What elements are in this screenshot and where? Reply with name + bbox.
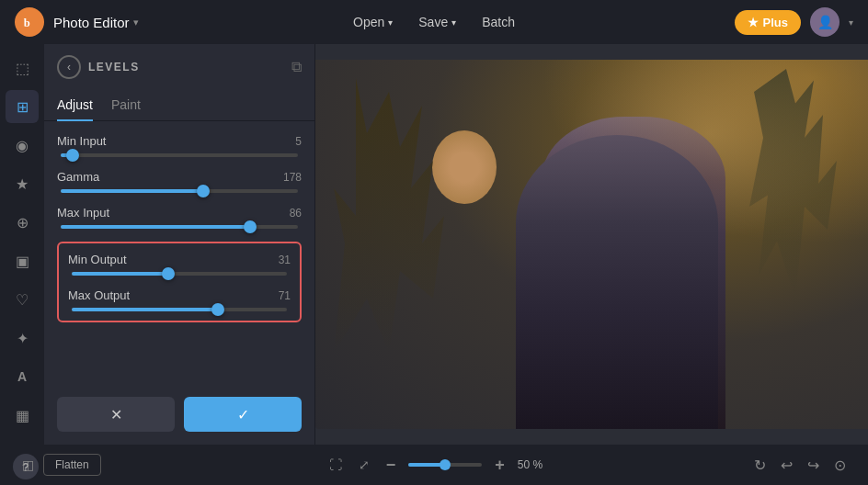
max-input-value: 86 [290, 207, 302, 220]
gamma-thumb[interactable] [197, 185, 210, 197]
panel-title: LEVELS [88, 61, 284, 73]
undo-icon[interactable]: ↩ [777, 453, 796, 478]
open-menu[interactable]: Open ▾ [342, 9, 404, 35]
min-output-value: 31 [279, 254, 291, 266]
zoom-slider[interactable] [408, 463, 482, 467]
copy-icon[interactable]: ⧉ [291, 59, 302, 75]
min-input-thumb[interactable] [66, 149, 79, 162]
min-input-group: Min Input 5 [57, 134, 302, 157]
zoom-plus-icon[interactable]: + [491, 452, 508, 479]
fit-icon[interactable]: ⛶ [326, 454, 346, 476]
max-output-label-row: Max Output 71 [68, 288, 291, 302]
canvas-area [315, 44, 868, 445]
flatten-button[interactable]: Flatten [43, 454, 101, 476]
min-output-group: Min Output 31 [68, 253, 291, 276]
max-input-fill [61, 225, 250, 229]
expand-icon[interactable]: ⤢ [355, 454, 373, 476]
eye-icon[interactable]: ◉ [6, 129, 39, 162]
avatar[interactable]: 👤 [810, 7, 839, 37]
pattern-icon[interactable]: ▦ [6, 399, 39, 432]
max-output-track[interactable] [72, 308, 287, 311]
bottom-left-controls: ◫ Flatten [18, 454, 101, 476]
max-output-thumb[interactable] [211, 303, 224, 316]
min-output-fill [72, 272, 168, 276]
text-icon[interactable]: A [6, 360, 39, 393]
topbar-right: ★ Plus 👤 ▾ [735, 7, 853, 37]
save-menu[interactable]: Save ▾ [407, 9, 467, 35]
max-input-label-row: Max Input 86 [57, 206, 302, 220]
plus-button[interactable]: ★ Plus [735, 10, 801, 35]
max-output-group: Max Output 71 [68, 288, 291, 311]
confirm-button[interactable]: ✓ [184, 397, 302, 432]
heart-icon[interactable]: ♡ [6, 283, 39, 316]
zoom-thumb[interactable] [440, 459, 451, 470]
shape-icon[interactable]: ✦ [6, 321, 39, 355]
avatar-chevron[interactable]: ▾ [849, 17, 853, 28]
tab-paint[interactable]: Paint [111, 90, 141, 121]
bottom-center-controls: ⛶ ⤢ − + 50 % [326, 452, 542, 479]
svg-text:b: b [24, 17, 30, 29]
min-output-track[interactable] [72, 272, 287, 276]
max-input-track[interactable] [61, 225, 298, 229]
min-input-label-row: Min Input 5 [57, 134, 302, 148]
layers-icon[interactable]: ▣ [6, 244, 39, 277]
layers-bottom-icon[interactable]: ◫ [18, 454, 38, 476]
max-input-group: Max Input 86 [57, 206, 302, 229]
zoom-percent: 50 % [518, 458, 542, 471]
min-input-track[interactable] [61, 153, 298, 157]
min-input-value: 5 [295, 135, 302, 148]
min-output-thumb[interactable] [162, 267, 175, 280]
panel-actions: ✕ ✓ [44, 388, 314, 445]
bottom-right-controls: ↻ ↩ ↪ ⊙ [750, 453, 850, 478]
batch-button[interactable]: Batch [471, 9, 526, 35]
gamma-label: Gamma [57, 170, 99, 184]
panel-content: Min Input 5 Gamma 178 [44, 121, 314, 388]
tab-adjust[interactable]: Adjust [57, 90, 93, 121]
canvas-image[interactable] [315, 60, 868, 429]
main-area: ⬚ ⊞ ◉ ★ ⊕ ▣ ♡ ✦ A ▦ ‹ LEVELS ⧉ Adjust Pa… [0, 44, 868, 445]
min-input-label: Min Input [57, 134, 106, 148]
max-output-value: 71 [279, 289, 291, 302]
app-logo[interactable]: b [15, 7, 44, 37]
nodes-icon[interactable]: ⊕ [6, 206, 39, 239]
max-input-thumb[interactable] [244, 220, 257, 233]
min-output-label: Min Output [68, 253, 127, 266]
star-icon[interactable]: ★ [6, 167, 39, 200]
redo-icon[interactable]: ↪ [804, 453, 823, 478]
gamma-label-row: Gamma 178 [57, 170, 302, 184]
history-icon[interactable]: ⊙ [830, 453, 850, 478]
panel-header: ‹ LEVELS ⧉ [44, 44, 314, 90]
max-input-label: Max Input [57, 206, 109, 220]
sliders-icon[interactable]: ⊞ [6, 90, 39, 123]
app-name[interactable]: Photo Editor ▾ [53, 15, 139, 30]
panel-back-button[interactable]: ‹ [57, 55, 81, 79]
zoom-minus-icon[interactable]: − [383, 452, 400, 479]
gamma-track[interactable] [61, 189, 298, 193]
icon-bar: ⬚ ⊞ ◉ ★ ⊕ ▣ ♡ ✦ A ▦ [0, 44, 44, 445]
canvas-icon[interactable]: ⬚ [6, 51, 39, 85]
min-output-label-row: Min Output 31 [68, 253, 291, 266]
topbar: b Photo Editor ▾ Open ▾ Save ▾ Batch ★ P… [0, 0, 868, 44]
gamma-fill [61, 189, 203, 193]
cancel-button[interactable]: ✕ [57, 397, 175, 432]
max-output-fill [72, 308, 218, 311]
topbar-nav: Open ▾ Save ▾ Batch [342, 9, 526, 35]
levels-panel: ‹ LEVELS ⧉ Adjust Paint Min Input 5 [44, 44, 315, 445]
gamma-group: Gamma 178 [57, 170, 302, 193]
rotate-icon[interactable]: ↻ [750, 453, 770, 478]
panel-tabs: Adjust Paint [44, 90, 314, 121]
gamma-value: 178 [283, 171, 302, 184]
max-output-label: Max Output [68, 288, 130, 302]
output-section: Min Output 31 Max Output 71 [57, 242, 302, 322]
bottom-bar: ? ◫ Flatten ⛶ ⤢ − + 50 % ↻ ↩ ↪ ⊙ [0, 445, 868, 485]
